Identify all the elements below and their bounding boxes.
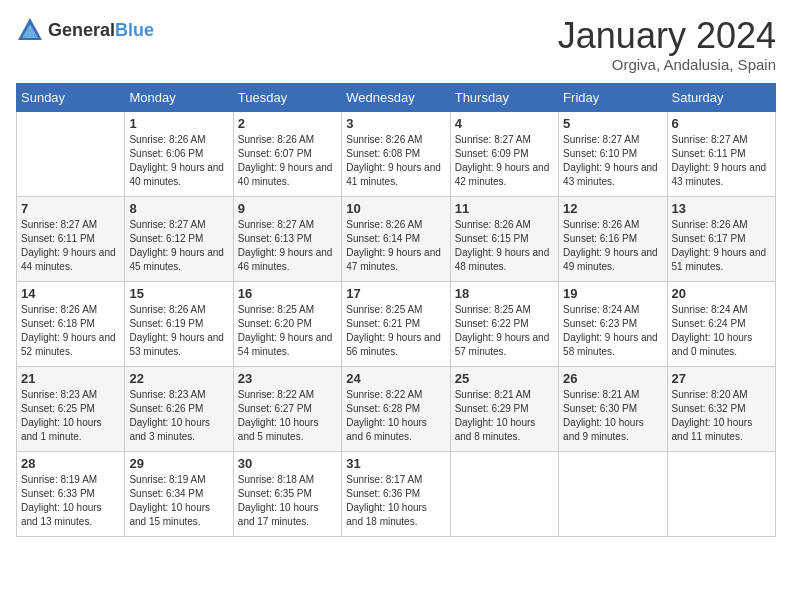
calendar-cell: 11Sunrise: 8:26 AMSunset: 6:15 PMDayligh…: [450, 196, 558, 281]
day-info: Sunrise: 8:19 AMSunset: 6:34 PMDaylight:…: [129, 473, 228, 529]
calendar-cell: 24Sunrise: 8:22 AMSunset: 6:28 PMDayligh…: [342, 366, 450, 451]
day-info: Sunrise: 8:26 AMSunset: 6:18 PMDaylight:…: [21, 303, 120, 359]
day-info: Sunrise: 8:26 AMSunset: 6:06 PMDaylight:…: [129, 133, 228, 189]
day-info: Sunrise: 8:27 AMSunset: 6:13 PMDaylight:…: [238, 218, 337, 274]
day-number: 6: [672, 116, 771, 131]
day-number: 29: [129, 456, 228, 471]
calendar-cell: 21Sunrise: 8:23 AMSunset: 6:25 PMDayligh…: [17, 366, 125, 451]
logo: GeneralBlue: [16, 16, 154, 44]
day-info: Sunrise: 8:25 AMSunset: 6:20 PMDaylight:…: [238, 303, 337, 359]
calendar-cell: [450, 451, 558, 536]
day-number: 13: [672, 201, 771, 216]
calendar-cell: 3Sunrise: 8:26 AMSunset: 6:08 PMDaylight…: [342, 111, 450, 196]
day-info: Sunrise: 8:27 AMSunset: 6:11 PMDaylight:…: [672, 133, 771, 189]
day-info: Sunrise: 8:26 AMSunset: 6:19 PMDaylight:…: [129, 303, 228, 359]
day-number: 30: [238, 456, 337, 471]
calendar-cell: 19Sunrise: 8:24 AMSunset: 6:23 PMDayligh…: [559, 281, 667, 366]
day-number: 3: [346, 116, 445, 131]
day-number: 27: [672, 371, 771, 386]
weekday-header: Tuesday: [233, 83, 341, 111]
weekday-header: Saturday: [667, 83, 775, 111]
logo-icon: [16, 16, 44, 44]
weekday-header: Sunday: [17, 83, 125, 111]
calendar-cell: 7Sunrise: 8:27 AMSunset: 6:11 PMDaylight…: [17, 196, 125, 281]
calendar-week-row: 1Sunrise: 8:26 AMSunset: 6:06 PMDaylight…: [17, 111, 776, 196]
day-number: 23: [238, 371, 337, 386]
calendar-cell: 15Sunrise: 8:26 AMSunset: 6:19 PMDayligh…: [125, 281, 233, 366]
calendar-week-row: 14Sunrise: 8:26 AMSunset: 6:18 PMDayligh…: [17, 281, 776, 366]
calendar-cell: 14Sunrise: 8:26 AMSunset: 6:18 PMDayligh…: [17, 281, 125, 366]
calendar-table: SundayMondayTuesdayWednesdayThursdayFrid…: [16, 83, 776, 537]
day-info: Sunrise: 8:21 AMSunset: 6:29 PMDaylight:…: [455, 388, 554, 444]
calendar-cell: 13Sunrise: 8:26 AMSunset: 6:17 PMDayligh…: [667, 196, 775, 281]
day-info: Sunrise: 8:26 AMSunset: 6:15 PMDaylight:…: [455, 218, 554, 274]
calendar-cell: 29Sunrise: 8:19 AMSunset: 6:34 PMDayligh…: [125, 451, 233, 536]
calendar-cell: 18Sunrise: 8:25 AMSunset: 6:22 PMDayligh…: [450, 281, 558, 366]
weekday-header-row: SundayMondayTuesdayWednesdayThursdayFrid…: [17, 83, 776, 111]
day-info: Sunrise: 8:26 AMSunset: 6:16 PMDaylight:…: [563, 218, 662, 274]
calendar-cell: 12Sunrise: 8:26 AMSunset: 6:16 PMDayligh…: [559, 196, 667, 281]
day-info: Sunrise: 8:23 AMSunset: 6:26 PMDaylight:…: [129, 388, 228, 444]
calendar-cell: 28Sunrise: 8:19 AMSunset: 6:33 PMDayligh…: [17, 451, 125, 536]
day-number: 25: [455, 371, 554, 386]
location-subtitle: Orgiva, Andalusia, Spain: [558, 56, 776, 73]
day-number: 18: [455, 286, 554, 301]
day-info: Sunrise: 8:26 AMSunset: 6:17 PMDaylight:…: [672, 218, 771, 274]
calendar-cell: 25Sunrise: 8:21 AMSunset: 6:29 PMDayligh…: [450, 366, 558, 451]
day-number: 26: [563, 371, 662, 386]
day-info: Sunrise: 8:22 AMSunset: 6:28 PMDaylight:…: [346, 388, 445, 444]
calendar-cell: 10Sunrise: 8:26 AMSunset: 6:14 PMDayligh…: [342, 196, 450, 281]
weekday-header: Wednesday: [342, 83, 450, 111]
calendar-cell: 30Sunrise: 8:18 AMSunset: 6:35 PMDayligh…: [233, 451, 341, 536]
calendar-cell: 27Sunrise: 8:20 AMSunset: 6:32 PMDayligh…: [667, 366, 775, 451]
day-number: 14: [21, 286, 120, 301]
day-info: Sunrise: 8:27 AMSunset: 6:12 PMDaylight:…: [129, 218, 228, 274]
day-number: 5: [563, 116, 662, 131]
day-info: Sunrise: 8:24 AMSunset: 6:24 PMDaylight:…: [672, 303, 771, 359]
calendar-cell: 16Sunrise: 8:25 AMSunset: 6:20 PMDayligh…: [233, 281, 341, 366]
day-info: Sunrise: 8:27 AMSunset: 6:10 PMDaylight:…: [563, 133, 662, 189]
day-number: 1: [129, 116, 228, 131]
weekday-header: Friday: [559, 83, 667, 111]
day-number: 4: [455, 116, 554, 131]
calendar-cell: 22Sunrise: 8:23 AMSunset: 6:26 PMDayligh…: [125, 366, 233, 451]
calendar-cell: [559, 451, 667, 536]
calendar-cell: 26Sunrise: 8:21 AMSunset: 6:30 PMDayligh…: [559, 366, 667, 451]
calendar-cell: 8Sunrise: 8:27 AMSunset: 6:12 PMDaylight…: [125, 196, 233, 281]
day-number: 28: [21, 456, 120, 471]
day-number: 11: [455, 201, 554, 216]
day-info: Sunrise: 8:25 AMSunset: 6:21 PMDaylight:…: [346, 303, 445, 359]
day-number: 7: [21, 201, 120, 216]
calendar-cell: 1Sunrise: 8:26 AMSunset: 6:06 PMDaylight…: [125, 111, 233, 196]
day-info: Sunrise: 8:24 AMSunset: 6:23 PMDaylight:…: [563, 303, 662, 359]
day-info: Sunrise: 8:26 AMSunset: 6:07 PMDaylight:…: [238, 133, 337, 189]
day-info: Sunrise: 8:18 AMSunset: 6:35 PMDaylight:…: [238, 473, 337, 529]
logo-text-general: General: [48, 20, 115, 40]
weekday-header: Thursday: [450, 83, 558, 111]
day-info: Sunrise: 8:19 AMSunset: 6:33 PMDaylight:…: [21, 473, 120, 529]
day-number: 2: [238, 116, 337, 131]
day-number: 31: [346, 456, 445, 471]
logo-text-blue: Blue: [115, 20, 154, 40]
day-info: Sunrise: 8:21 AMSunset: 6:30 PMDaylight:…: [563, 388, 662, 444]
day-info: Sunrise: 8:27 AMSunset: 6:09 PMDaylight:…: [455, 133, 554, 189]
day-info: Sunrise: 8:22 AMSunset: 6:27 PMDaylight:…: [238, 388, 337, 444]
day-info: Sunrise: 8:26 AMSunset: 6:14 PMDaylight:…: [346, 218, 445, 274]
calendar-cell: 4Sunrise: 8:27 AMSunset: 6:09 PMDaylight…: [450, 111, 558, 196]
day-info: Sunrise: 8:25 AMSunset: 6:22 PMDaylight:…: [455, 303, 554, 359]
calendar-cell: 31Sunrise: 8:17 AMSunset: 6:36 PMDayligh…: [342, 451, 450, 536]
calendar-week-row: 7Sunrise: 8:27 AMSunset: 6:11 PMDaylight…: [17, 196, 776, 281]
day-number: 17: [346, 286, 445, 301]
calendar-cell: 20Sunrise: 8:24 AMSunset: 6:24 PMDayligh…: [667, 281, 775, 366]
day-number: 21: [21, 371, 120, 386]
calendar-cell: 2Sunrise: 8:26 AMSunset: 6:07 PMDaylight…: [233, 111, 341, 196]
calendar-cell: 23Sunrise: 8:22 AMSunset: 6:27 PMDayligh…: [233, 366, 341, 451]
day-number: 24: [346, 371, 445, 386]
calendar-cell: [667, 451, 775, 536]
calendar-week-row: 28Sunrise: 8:19 AMSunset: 6:33 PMDayligh…: [17, 451, 776, 536]
day-number: 12: [563, 201, 662, 216]
day-number: 19: [563, 286, 662, 301]
day-number: 8: [129, 201, 228, 216]
page-header: GeneralBlue January 2024 Orgiva, Andalus…: [16, 16, 776, 73]
day-info: Sunrise: 8:17 AMSunset: 6:36 PMDaylight:…: [346, 473, 445, 529]
